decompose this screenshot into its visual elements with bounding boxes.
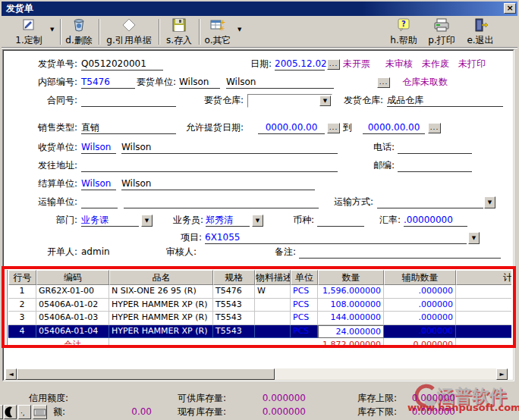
save-icon	[163, 17, 195, 34]
receiver-name-field[interactable]: Wilson	[121, 142, 338, 154]
print-icon	[425, 17, 458, 34]
customer-code-field[interactable]: Wilson	[179, 77, 220, 89]
pickup-to-picker-button[interactable]: ...	[428, 123, 441, 133]
dept-dropdown[interactable]: ▼	[141, 215, 153, 227]
svg-text:✳: ✳	[219, 24, 225, 33]
rate-label: 汇率:	[373, 215, 401, 227]
req-warehouse-label: 要货仓库:	[198, 95, 244, 107]
currency-field[interactable]	[317, 215, 364, 227]
cite-document-icon	[103, 17, 155, 34]
settle-code-field[interactable]: Wilson	[81, 178, 116, 190]
pickup-from-picker-button[interactable]: ...	[327, 123, 340, 133]
pickup-date-label: 允许提货日期:	[180, 122, 244, 134]
scroll-left-arrow[interactable]: ◄	[5, 368, 17, 380]
toolbar: 1.定制 ▼ d.删除 g.引用单据 s.存入 +✳	[2, 16, 517, 48]
credit-label: 信用额度:	[14, 393, 68, 405]
amount-label: 额:	[46, 406, 65, 418]
internal-no-label: 内部编号:	[23, 77, 77, 89]
scrollbar-thumb[interactable]	[17, 368, 275, 380]
creator-label: 开单人:	[23, 246, 77, 259]
onhand-stock-label: 现有库存量:	[165, 406, 226, 418]
window-title: 发货单	[2, 2, 33, 15]
ship-warehouse-field[interactable]: 成品仓库	[387, 95, 503, 107]
dept-field[interactable]: 业务课	[81, 215, 139, 227]
ime-moon-icon[interactable]	[4, 405, 17, 419]
delete-button[interactable]: d.删除	[64, 17, 94, 46]
avail-stock-value: 0.000000	[250, 393, 306, 405]
receiver-code-field[interactable]: Wilson	[81, 142, 116, 154]
project-field[interactable]: 6X1055	[205, 232, 467, 244]
horizontal-scrollbar[interactable]: ◄ ►	[5, 368, 508, 380]
phone-field[interactable]	[398, 142, 472, 154]
warehouse-flag: 仓库未取数	[402, 77, 448, 89]
exit-icon	[464, 17, 496, 34]
customize-button[interactable]: 1.定制	[11, 17, 47, 46]
transport-label: 运输单位:	[23, 196, 77, 208]
zip-field[interactable]	[398, 160, 472, 172]
auditor-label: 审核人:	[156, 246, 197, 259]
transport-name-field[interactable]	[124, 196, 319, 208]
note-field[interactable]	[299, 246, 501, 259]
date-field[interactable]: 2005.12.02	[275, 58, 325, 71]
status-invoice: 未开票	[343, 58, 370, 71]
salesman-label: 业务员:	[165, 215, 203, 227]
status-audit: 未审核	[385, 58, 413, 71]
contract-field[interactable]	[81, 95, 176, 107]
print-button[interactable]: p.打印	[425, 17, 458, 46]
settle-label: 结算单位:	[23, 178, 77, 190]
req-warehouse-combo[interactable]: ▼	[247, 94, 332, 108]
help-button[interactable]: ? h.帮助	[387, 17, 420, 46]
scroll-right-arrow[interactable]: ►	[496, 368, 508, 380]
stock-lower-value: 0.000000	[410, 406, 455, 418]
salesman-dropdown[interactable]: ▼	[252, 215, 263, 227]
ime-keyboard-icon[interactable]	[33, 405, 47, 419]
receiver-label: 收货单位:	[23, 142, 77, 154]
project-label: 项目:	[175, 232, 202, 244]
transport-code-field[interactable]	[81, 196, 118, 208]
customer-picker-button[interactable]: ...	[377, 77, 390, 88]
date-picker-button[interactable]: ...	[327, 59, 340, 70]
pickup-from-field[interactable]: 0000.00.00	[258, 122, 325, 134]
save-button[interactable]: s.存入	[163, 17, 195, 46]
settle-name-field[interactable]: Wilson	[121, 178, 315, 190]
close-button[interactable]: ×	[504, 3, 516, 14]
status-void: 未作废	[422, 58, 449, 71]
cite-document-button[interactable]: g.引用单据	[103, 17, 155, 46]
transport-mode-dropdown[interactable]: ▼	[484, 196, 495, 208]
stock-upper-value: 0.000000	[410, 393, 455, 405]
order-no-field[interactable]: Q0512020001	[81, 58, 163, 71]
customer-label: 要货单位:	[131, 77, 176, 89]
pickup-to-field[interactable]: 0000.00.00	[363, 122, 425, 134]
stock-upper-label: 库存上限:	[339, 393, 397, 405]
contract-label: 合同号:	[23, 95, 77, 107]
other-dropdown-arrow[interactable]: ▼	[237, 27, 241, 33]
customize-icon	[11, 17, 47, 34]
creator-value: admin	[81, 246, 110, 259]
delete-icon	[64, 17, 94, 34]
annotation-rectangle	[2, 266, 516, 348]
help-icon: ?	[387, 17, 420, 34]
rate-field[interactable]: .00000000	[404, 215, 467, 227]
delivery-order-window: 发货单 × 1.定制 ▼ d.删除 g.引用单据	[0, 0, 519, 420]
other-button[interactable]: +✳ o.其它	[203, 17, 233, 46]
address-field[interactable]	[81, 160, 338, 172]
transport-mode-field[interactable]	[377, 196, 483, 208]
date-label: 日期:	[228, 58, 272, 71]
onhand-stock-value: 0.000000	[250, 406, 306, 418]
internal-no-field[interactable]: T5476	[81, 77, 135, 89]
sale-type-field[interactable]: 直销	[81, 122, 176, 134]
transport-mode-label: 运输方式:	[328, 196, 373, 208]
currency-label: 币种:	[287, 215, 314, 227]
salesman-field[interactable]: 郑秀清	[206, 215, 250, 227]
title-bar: 发货单 ×	[2, 2, 517, 16]
customer-name-field[interactable]: Wilson	[226, 77, 334, 89]
avail-stock-label: 可供库存量:	[165, 393, 226, 405]
ime-punctuation-icon[interactable]: ·,	[18, 405, 31, 419]
exit-button[interactable]: e.退出	[464, 17, 496, 46]
combo-arrow-icon[interactable]: ▼	[319, 96, 331, 106]
project-dropdown[interactable]: ▼	[468, 232, 480, 244]
ime-state-icon[interactable]	[0, 405, 3, 419]
order-no-label: 发货单号:	[23, 58, 77, 71]
customize-dropdown-arrow[interactable]: ▼	[50, 27, 54, 33]
sale-type-label: 销售类型:	[23, 122, 77, 134]
